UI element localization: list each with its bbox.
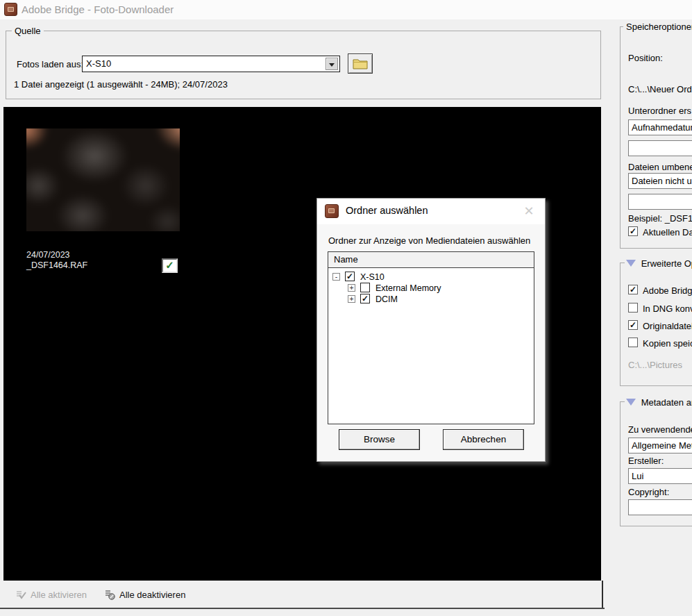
template-combobox[interactable]: Allgemeine Met — [628, 438, 692, 453]
save-copies-label: Kopien speic — [643, 338, 692, 349]
window-title: Adobe Bridge - Foto-Downloader — [22, 3, 174, 15]
collapse-triangle-icon — [626, 399, 636, 406]
disable-all-button[interactable]: Alle deaktivieren — [104, 587, 185, 602]
enable-all-button[interactable]: Alle aktivieren — [15, 587, 87, 602]
creator-label: Ersteller: — [628, 456, 664, 466]
source-device-combobox[interactable]: X-S10 — [82, 56, 340, 72]
photo-date: 24/07/2023 — [26, 250, 87, 260]
expander-plus-icon[interactable]: + — [348, 284, 355, 292]
advanced-options-header[interactable]: Erweiterte Op — [625, 258, 692, 269]
tree-label[interactable]: DCIM — [375, 294, 398, 304]
photo-thumbnail[interactable] — [26, 128, 180, 231]
dng-label: In DNG konv — [643, 303, 692, 314]
xmp-checkbox-label: Aktuellen Da — [643, 227, 692, 238]
tree-label[interactable]: X-S10 — [360, 272, 385, 282]
photo-select-checkbox[interactable]: ✓ — [162, 258, 178, 273]
bridge-icon-glyph — [328, 208, 335, 213]
tree-checkbox[interactable] — [360, 283, 370, 292]
check-all-icon — [15, 589, 27, 600]
tree-row-device[interactable]: - ✓ X-S10 — [328, 272, 534, 283]
browse-button[interactable]: Browse — [339, 429, 420, 450]
photo-image — [26, 128, 180, 231]
dng-checkbox[interactable] — [628, 303, 638, 313]
tree-checkbox[interactable]: ✓ — [360, 294, 370, 303]
rename-combobox[interactable]: Dateien nicht u — [628, 173, 692, 189]
window-frame-bottom — [0, 608, 605, 609]
enable-all-label: Alle aktivieren — [31, 590, 87, 600]
window-frame-edge — [602, 581, 603, 609]
subfolder-custom-input[interactable] — [628, 140, 692, 156]
tree-column-header[interactable]: Name — [328, 252, 534, 268]
uncheck-all-icon — [104, 589, 116, 600]
expander-minus-icon[interactable]: - — [332, 273, 340, 281]
save-options-legend: Speicheroptionen — [623, 22, 692, 32]
original-files-label: Originaldatei — [643, 321, 692, 331]
save-copies-checkbox[interactable] — [628, 338, 638, 347]
advanced-options-legend: Erweiterte Op — [641, 258, 692, 269]
photo-downloader-window: Adobe Bridge - Foto-Downloader Quelle Fo… — [0, 0, 692, 616]
combobox-dropdown-button[interactable] — [326, 58, 338, 70]
folder-tree: Name - ✓ X-S10 + External Memory + ✓ DCI… — [328, 251, 534, 424]
original-files-checkbox[interactable]: ✓ — [628, 320, 638, 330]
source-device-value: X-S10 — [86, 58, 111, 69]
tree-checkbox[interactable]: ✓ — [345, 272, 355, 281]
tree-row-external-memory[interactable]: + External Memory — [328, 283, 534, 294]
bridge-icon-glyph — [8, 7, 14, 12]
source-legend: Quelle — [12, 26, 44, 36]
dialog-instruction: Ordner zur Anzeige von Mediendateien aus… — [328, 235, 530, 246]
close-icon[interactable]: ✕ — [521, 203, 537, 219]
chevron-down-icon — [329, 63, 335, 67]
window-titlebar[interactable]: Adobe Bridge - Foto-Downloader — [0, 0, 692, 19]
open-bridge-label: Adobe Bridg — [643, 285, 692, 296]
template-label: Zu verwendende — [628, 424, 692, 435]
rename-custom-input[interactable] — [628, 194, 692, 210]
load-from-label: Fotos laden aus: — [17, 59, 83, 69]
collapse-triangle-icon — [626, 260, 636, 267]
dialog-titlebar[interactable]: Ordner auswählen ✕ — [317, 199, 545, 224]
tree-row-dcim[interactable]: + ✓ DCIM — [328, 294, 534, 305]
dialog-title: Ordner auswählen — [346, 205, 428, 216]
metadata-legend: Metadaten anw — [641, 397, 692, 408]
position-label: Position: — [628, 53, 663, 63]
copyright-input[interactable] — [628, 499, 692, 515]
subfolder-label: Unterordner ers — [628, 106, 691, 116]
folder-select-dialog: Ordner auswählen ✕ Ordner zur Anzeige vo… — [317, 198, 546, 462]
copies-path-value: C:\...\Pictures — [628, 360, 682, 370]
subfolder-combobox[interactable]: Aufnahmedatum — [628, 119, 692, 135]
example-label: Beispiel: _DSF14 — [628, 213, 692, 224]
bridge-app-icon — [4, 3, 17, 16]
position-value: C:\...\Neuer Ord — [628, 84, 692, 94]
xmp-checkbox[interactable]: ✓ — [628, 226, 638, 236]
bridge-app-icon — [325, 204, 339, 218]
subfolder-value: Aufnahmedatum — [632, 122, 692, 133]
photo-caption: 24/07/2023 _DSF1464.RAF — [26, 250, 87, 271]
rename-value: Dateien nicht u — [632, 176, 692, 186]
rename-label: Dateien umbene — [628, 162, 692, 172]
browse-folder-button[interactable] — [348, 53, 373, 74]
template-value: Allgemeine Met — [632, 440, 692, 451]
source-status-text: 1 Datei angezeigt (1 ausgewählt - 24MB);… — [14, 79, 228, 90]
metadata-header[interactable]: Metadaten anw — [625, 397, 692, 408]
tree-body: - ✓ X-S10 + External Memory + ✓ DCIM — [328, 269, 534, 424]
disable-all-label: Alle deaktivieren — [119, 590, 185, 600]
footer-toolbar: Alle aktivieren Alle deaktivieren — [0, 581, 601, 608]
folder-icon — [353, 58, 368, 69]
tree-label[interactable]: External Memory — [375, 283, 441, 293]
expander-plus-icon[interactable]: + — [348, 295, 355, 303]
open-bridge-checkbox[interactable]: ✓ — [628, 285, 638, 294]
photo-filename: _DSF1464.RAF — [26, 260, 87, 271]
copyright-label: Copyright: — [628, 487, 669, 497]
cancel-button[interactable]: Abbrechen — [443, 429, 524, 450]
creator-input[interactable] — [628, 468, 692, 484]
